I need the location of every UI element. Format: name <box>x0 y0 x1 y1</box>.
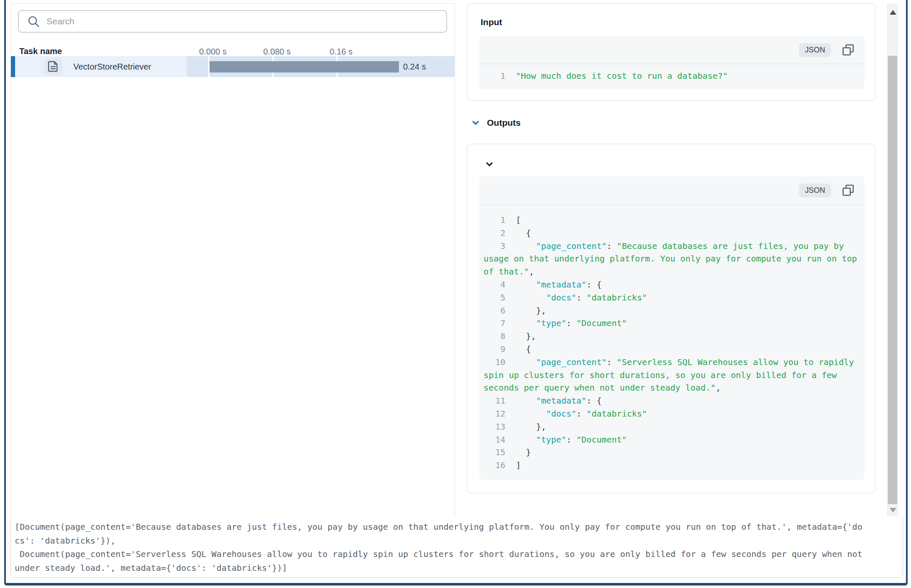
task-name-label: VectorStoreRetriever <box>73 56 151 77</box>
outputs-json-viewer: JSON 1[2 {3 "page_content": "Because dat… <box>479 176 864 480</box>
document-icon <box>48 61 59 73</box>
chevron-down-icon[interactable] <box>471 119 480 127</box>
copy-button[interactable] <box>842 44 854 56</box>
vertical-scrollbar[interactable] <box>887 3 898 516</box>
task-icon-box <box>44 58 62 76</box>
time-tick-0: 0.000 s <box>199 47 227 57</box>
input-section-title: Input <box>481 17 502 27</box>
copy-icon <box>842 184 854 197</box>
chevron-down-icon[interactable] <box>485 160 494 168</box>
raw-output-line: Document(page_content='Serverless SQL Wa… <box>11 547 903 561</box>
line-number: 5 <box>484 291 505 304</box>
time-tick-2: 0.16 s <box>330 47 352 57</box>
trace-viewer-page: Task name 0.000 s 0.080 s 0.16 s VectorS… <box>0 0 911 588</box>
code-line: 2 { <box>479 227 864 240</box>
code-line: 12 "docs": "databricks" <box>479 407 864 420</box>
line-number: 3 <box>484 240 505 253</box>
code-line: 7 "type": "Document" <box>479 317 864 330</box>
json-format-badge[interactable]: JSON <box>799 184 831 197</box>
code-line: 4 "metadata": { <box>479 278 864 291</box>
line-number: 15 <box>484 446 505 459</box>
search-box[interactable] <box>18 10 447 33</box>
code-line: 6 }, <box>479 304 864 317</box>
outputs-json-toolbar: JSON <box>479 176 864 205</box>
search-input[interactable] <box>46 16 446 27</box>
code-line: 1[ <box>479 214 864 227</box>
line-number: 14 <box>484 433 505 446</box>
line-number: 1 <box>484 70 505 83</box>
time-tick-1: 0.080 s <box>263 47 291 57</box>
line-number: 10 <box>484 356 505 369</box>
task-duration-label: 0.24 s <box>403 56 426 77</box>
copy-button[interactable] <box>842 184 854 197</box>
raw-output-line: under steady load.', metadata={'docs': '… <box>11 561 903 575</box>
outputs-section-header[interactable]: Outputs <box>471 117 520 128</box>
code-line: 3 "page_content": "Because databases are… <box>479 240 864 253</box>
line-number: 6 <box>484 304 505 317</box>
task-duration-bar[interactable] <box>210 61 399 73</box>
input-json-viewer: JSON 1"How much does it cost to run a da… <box>479 36 864 89</box>
outputs-code-block: 1[2 {3 "page_content": "Because database… <box>479 205 864 472</box>
line-number: 16 <box>484 459 505 472</box>
task-timeline-panel: Task name 0.000 s 0.080 s 0.16 s VectorS… <box>10 3 455 516</box>
code-line: 11 "metadata": { <box>479 394 864 407</box>
scrollbar-up-arrow[interactable] <box>890 10 896 15</box>
code-line: 13 }, <box>479 420 864 433</box>
code-line: 10 "page_content": "Serverless SQL Wareh… <box>479 356 864 369</box>
line-number: 13 <box>484 420 505 433</box>
raw-output-line: cs': 'databricks'}), <box>11 534 903 548</box>
line-number: 11 <box>484 394 505 407</box>
input-code-block: 1"How much does it cost to run a databas… <box>479 64 864 83</box>
line-number: 12 <box>484 407 505 420</box>
line-number: 4 <box>484 278 505 291</box>
json-format-badge[interactable]: JSON <box>799 43 831 57</box>
code-line: seconds per query when not under steady … <box>479 381 864 394</box>
code-line: of that.", <box>479 265 864 278</box>
line-number: 2 <box>484 227 505 240</box>
code-line: 5 "docs": "databricks" <box>479 291 864 304</box>
outputs-card: JSON 1[2 {3 "page_content": "Because dat… <box>467 144 875 493</box>
code-line: 16] <box>479 459 864 472</box>
code-line: 14 "type": "Document" <box>479 433 864 446</box>
scrollbar-thumb[interactable] <box>888 56 897 504</box>
scrollbar-down-arrow[interactable] <box>890 508 896 513</box>
line-number: 7 <box>484 317 505 330</box>
code-line: spin up clusters for short durations, so… <box>479 369 864 382</box>
code-line: 9 { <box>479 343 864 356</box>
task-row-vectorstoreretriever[interactable]: VectorStoreRetriever 0.24 s <box>11 56 455 77</box>
raw-output-box: [Document(page_content='Because database… <box>10 517 903 578</box>
line-number: 8 <box>484 330 505 343</box>
task-name-column-header: Task name <box>19 47 62 56</box>
copy-icon <box>842 44 854 56</box>
raw-output-text: [Document(page_content='Because database… <box>11 517 903 575</box>
search-icon <box>27 15 40 28</box>
code-line: 8 }, <box>479 330 864 343</box>
code-line: 1"How much does it cost to run a databas… <box>479 70 864 83</box>
selected-row-accent <box>11 56 15 77</box>
raw-output-line: [Document(page_content='Because database… <box>11 520 903 534</box>
line-number: 9 <box>484 343 505 356</box>
line-number: 1 <box>484 214 505 227</box>
code-line: usage on that underlying platform. You o… <box>479 252 864 265</box>
outputs-section-title: Outputs <box>487 118 520 128</box>
input-json-toolbar: JSON <box>479 36 864 64</box>
input-card: Input JSON 1"How much does it cost to ru… <box>467 3 875 101</box>
code-line: 15 } <box>479 446 864 459</box>
